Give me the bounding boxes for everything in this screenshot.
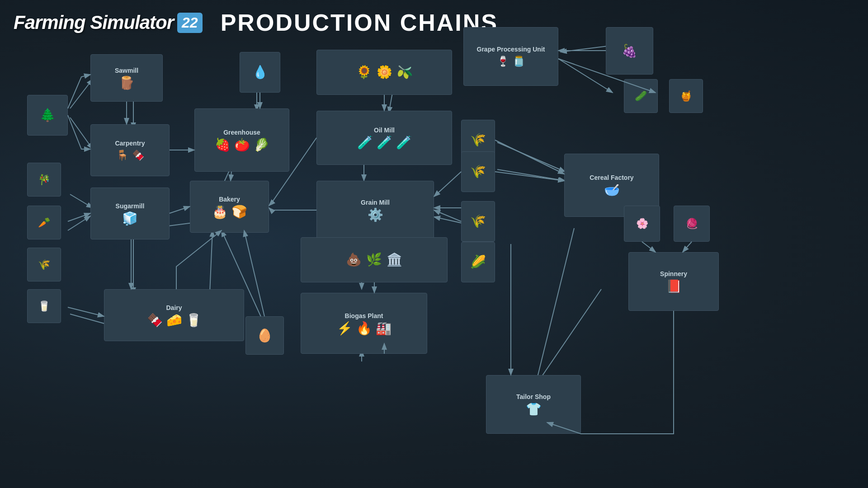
dairy-icons: 🍫 🧀 🥛: [147, 314, 202, 327]
bakery-icons: 🎂 🍞: [212, 206, 247, 218]
sugar-icon: 🧊: [122, 212, 138, 225]
biogas-icons: ⚡ 🔥 🏭: [337, 322, 392, 335]
seeds-icon: 🌾: [38, 259, 50, 271]
carpentry-icons: 🪑 🍫: [116, 150, 144, 161]
biogas-plant-node: Biogas Plant ⚡ 🔥 🏭: [301, 293, 427, 354]
jam-jar-icon: 🫙: [513, 56, 525, 67]
dairy-node: Dairy 🍫 🧀 🥛: [104, 289, 244, 341]
grape-icon: 🍇: [622, 45, 637, 57]
svg-line-34: [495, 140, 564, 174]
jar-icon: 🍯: [680, 90, 692, 102]
oat-icon: 🌾: [470, 165, 486, 178]
cereal-box-icon: 🥣: [604, 184, 620, 197]
sunflower-icon: 🌻: [356, 66, 372, 79]
dairy-milk-icon: 🥛: [186, 314, 202, 327]
biogas-electric: ⚡: [337, 322, 353, 335]
grape-processing-label: Grape Processing Unit: [477, 46, 545, 53]
input-egg: 🥚: [245, 316, 284, 355]
wool-icon: 🧶: [686, 218, 698, 230]
biogas-factory: 🏭: [376, 322, 392, 335]
biogas-fire: 🔥: [356, 322, 372, 335]
shirt-icon: 👕: [526, 403, 542, 416]
input-tree: 🌲: [27, 95, 68, 136]
greenhouse-tomato: 🍅: [234, 139, 250, 151]
greenhouse-label: Greenhouse: [223, 129, 260, 136]
dairy-label: Dairy: [166, 304, 182, 311]
greenhouse-node: Greenhouse 🍓 🍅 🥬: [194, 108, 289, 172]
wine-icon: 🍷: [497, 56, 509, 67]
oil-flask2: 🧪: [377, 136, 392, 149]
svg-line-13: [497, 142, 565, 172]
grain-mill-gear: ⚙️: [368, 209, 383, 221]
input-corn: 🌽: [461, 242, 495, 282]
input-wool: 🧶: [674, 206, 710, 242]
logo-container: Farming Simulator 22: [14, 12, 203, 33]
greenhouse-lettuce: 🥬: [254, 139, 269, 151]
water-icon: 💧: [252, 66, 268, 79]
input-oat: 🌾: [461, 151, 495, 192]
spinnery-node: Spinnery 📕: [628, 252, 719, 311]
sawmill-node: Sawmill 🪵: [90, 54, 163, 102]
spinnery-label: Spinnery: [660, 270, 687, 277]
svg-line-5: [70, 194, 93, 208]
input-biogas-materials: 💩 🌿 🏛️: [301, 237, 448, 282]
input-seeds: 🌾: [27, 248, 61, 282]
svg-line-26: [68, 216, 90, 230]
bakery-node: Bakery 🎂 🍞: [190, 181, 269, 233]
grain-mill-icons: ⚙️: [368, 209, 383, 221]
corn-icon: 🌽: [470, 256, 486, 268]
sawmill-icons: 🪵: [119, 77, 135, 89]
grape-processing-icons: 🍷 🫙: [497, 56, 525, 67]
sugarmill-label: Sugarmill: [116, 202, 145, 210]
grain-mill-label: Grain Mill: [361, 199, 390, 206]
tailor-shop-icons: 👕: [526, 403, 542, 416]
oil-flask1: 🧪: [357, 136, 373, 149]
svg-line-25: [68, 213, 90, 221]
oil-flask3: 🧪: [396, 136, 412, 149]
svg-line-14: [497, 169, 565, 181]
milk-icon: 🥛: [38, 300, 50, 312]
bakery-cake-icon: 🎂: [212, 206, 228, 218]
millet-icon: 🌾: [470, 134, 486, 146]
carpentry-icon1: 🪑: [116, 150, 128, 161]
biogas-plant-label: Biogas Plant: [345, 312, 383, 319]
input-grape: 🍇: [606, 27, 653, 75]
svg-line-3: [70, 117, 93, 149]
svg-line-40: [683, 242, 692, 252]
svg-line-17: [533, 289, 601, 389]
svg-line-32: [434, 172, 461, 197]
input-bamboo: 🎋: [27, 163, 61, 197]
straw-icon: 🌿: [366, 253, 382, 266]
cereal-factory-label: Cereal Factory: [590, 174, 633, 181]
spinnery-icons: 📕: [666, 280, 682, 293]
sawmill-product-icon: 🪵: [119, 77, 135, 89]
canola-icon: 🌼: [377, 66, 392, 79]
beet-icon: 🥕: [38, 217, 50, 229]
output-pickle: 🥒: [624, 79, 658, 113]
silo-icon: 🏛️: [387, 253, 402, 266]
svg-line-41: [68, 307, 104, 316]
carpentry-label: Carpentry: [115, 140, 145, 147]
bakery-label: Bakery: [219, 196, 240, 203]
oil-mill-label: Oil Mill: [374, 127, 395, 134]
oil-mill-node: Oil Mill 🧪 🧪 🧪: [316, 111, 452, 165]
output-jar: 🍯: [669, 79, 703, 113]
page-title: PRODUCTION CHAINS: [221, 9, 498, 36]
input-wheat: 🌾: [461, 201, 495, 242]
svg-line-18: [533, 228, 574, 393]
svg-line-35: [495, 172, 564, 181]
pickle-icon: 🥒: [635, 90, 647, 102]
input-milk: 🥛: [27, 289, 61, 323]
logo-text: Farming Simulator: [14, 12, 174, 33]
tailor-shop-label: Tailor Shop: [516, 393, 551, 400]
input-water: 💧: [240, 52, 280, 93]
tailor-shop-node: Tailor Shop 👕: [486, 375, 581, 434]
oil-mill-icons: 🧪 🧪 🧪: [357, 136, 412, 149]
input-cotton: 🌸: [624, 206, 660, 242]
grain-mill-node: Grain Mill ⚙️: [316, 181, 434, 239]
wheat-icon: 🌾: [470, 215, 486, 228]
olive-icon: 🫒: [397, 66, 413, 79]
sugarmill-node: Sugarmill 🧊: [90, 188, 170, 239]
header: Farming Simulator 22 PRODUCTION CHAINS: [14, 9, 498, 36]
bamboo-icon: 🎋: [38, 174, 50, 186]
